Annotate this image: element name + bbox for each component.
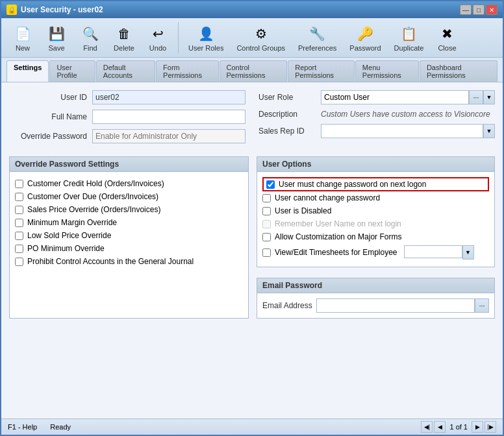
tabs-container: Settings User Profile Default Accounts F… — [1, 58, 503, 82]
save-icon: 💾 — [46, 23, 67, 44]
timesheets-dropdown-group: ▼ — [404, 245, 474, 260]
help-text: F1 - Help — [8, 423, 37, 431]
low-sold-price-override-item: Low Sold Price Override — [15, 229, 243, 242]
sales-rep-input-group: ▼ — [321, 124, 495, 138]
remember-username-checkbox[interactable] — [262, 220, 271, 228]
customer-over-due-label: Customer Over Due (Orders/Invoices) — [27, 192, 158, 201]
sales-rep-label: Sales Rep ID — [258, 127, 317, 136]
override-password-panel: Override Password Settings Customer Cred… — [9, 156, 249, 319]
new-icon: 📄 — [12, 23, 33, 44]
left-form: User ID Full Name Override Password — [9, 90, 246, 149]
override-password-label: Override Password — [9, 132, 87, 141]
tab-settings[interactable]: Settings — [6, 60, 49, 82]
email-section-header: Email Password — [257, 278, 494, 293]
close-icon: ✖ — [436, 23, 457, 44]
preferences-button[interactable]: 🔧 Preferences — [292, 21, 342, 54]
minimum-margin-override-checkbox[interactable] — [15, 219, 23, 227]
sales-price-override-item: Sales Price Override (Orders/Invoices) — [15, 203, 243, 216]
full-name-row: Full Name — [9, 110, 246, 124]
tab-form-permissions[interactable]: Form Permissions — [156, 60, 218, 82]
email-address-input[interactable] — [316, 298, 475, 313]
undo-label: Undo — [149, 44, 166, 52]
new-label: New — [16, 44, 30, 52]
control-groups-icon: ⚙ — [251, 23, 271, 44]
timesheets-dropdown-button[interactable]: ▼ — [462, 245, 474, 260]
cannot-change-password-item: User cannot change password — [262, 191, 489, 204]
prohibit-control-accounts-checkbox[interactable] — [15, 258, 23, 266]
tab-dashboard-permissions[interactable]: Dashboard Permissions — [420, 60, 498, 82]
minimize-button[interactable]: — — [460, 5, 472, 15]
nav-last-button[interactable]: |▶ — [485, 421, 496, 433]
undo-button[interactable]: ↩ Undo — [142, 21, 174, 54]
delete-label: Delete — [114, 44, 134, 52]
user-role-input[interactable] — [321, 90, 469, 104]
user-options-panel-content: User must change password on next logon … — [257, 172, 494, 267]
preferences-icon: 🔧 — [307, 23, 328, 44]
nav-next-button[interactable]: ▶ — [472, 421, 483, 433]
tab-menu-permissions[interactable]: Menu Permissions — [355, 60, 419, 82]
new-button[interactable]: 📄 New — [6, 21, 39, 54]
must-change-password-checkbox[interactable] — [266, 180, 275, 189]
user-is-disabled-item: User is Disabled — [262, 204, 489, 217]
customer-over-due-item: Customer Over Due (Orders/Invoices) — [15, 190, 243, 203]
customer-credit-hold-checkbox[interactable] — [15, 180, 23, 188]
full-name-input[interactable] — [92, 110, 246, 124]
close-button[interactable]: ✖ Close — [431, 21, 463, 54]
user-options-panel: User Options User must change password o… — [257, 156, 495, 267]
nav-prev-button[interactable]: ◀ — [434, 421, 446, 433]
sales-rep-input[interactable] — [321, 124, 483, 138]
save-label: Save — [48, 44, 64, 52]
sales-price-override-checkbox[interactable] — [15, 206, 23, 214]
control-groups-button[interactable]: ⚙ Control Groups — [231, 21, 291, 54]
customer-credit-hold-item: Customer Credit Hold (Orders/Invoices) — [15, 177, 243, 190]
tab-control-permissions[interactable]: Control Permissions — [220, 60, 288, 82]
minimum-margin-override-item: Minimum Margin Override — [15, 216, 243, 229]
override-password-input[interactable] — [92, 129, 246, 143]
password-icon: 🔑 — [355, 23, 375, 44]
po-minimum-override-item: PO Minimum Override — [15, 242, 243, 255]
maximize-button[interactable]: □ — [473, 5, 485, 15]
status-bar: F1 - Help Ready ◀| ◀ 1 of 1 ▶ |▶ — [1, 418, 503, 435]
nav-first-button[interactable]: ◀| — [421, 421, 433, 433]
content-area: User ID Full Name Override Password User… — [1, 82, 503, 418]
view-edit-timesheets-label: View/Edit Timesheets for Employee — [275, 248, 397, 257]
prohibit-control-accounts-item: Prohibit Control Accounts in the General… — [15, 255, 243, 268]
full-name-label: Full Name — [9, 112, 87, 121]
user-role-dropdown-button[interactable]: ▼ — [483, 90, 495, 104]
save-button[interactable]: 💾 Save — [40, 21, 73, 54]
close-window-button[interactable]: ✕ — [486, 5, 498, 15]
sales-rep-dropdown-button[interactable]: ▼ — [483, 124, 495, 138]
tab-report-permissions[interactable]: Report Permissions — [288, 60, 355, 82]
remember-username-item: Remember User Name on next login — [262, 217, 489, 230]
window-icon: 🔒 — [6, 5, 17, 15]
right-form: User Role ··· ▼ Description Custom Users… — [258, 90, 495, 149]
cannot-change-password-checkbox[interactable] — [262, 194, 271, 202]
user-roles-button[interactable]: 👤 User Roles — [183, 21, 229, 54]
po-minimum-override-checkbox[interactable] — [15, 245, 23, 253]
low-sold-price-override-checkbox[interactable] — [15, 232, 23, 240]
remember-username-label: Remember User Name on next login — [275, 219, 401, 228]
user-role-input-group: ··· ▼ — [321, 90, 495, 104]
customer-over-due-checkbox[interactable] — [15, 193, 23, 201]
control-groups-label: Control Groups — [236, 44, 285, 52]
find-button[interactable]: 🔍 Find — [74, 21, 107, 54]
user-id-input[interactable] — [92, 90, 246, 104]
sales-price-override-label: Sales Price Override (Orders/Invoices) — [27, 205, 160, 214]
email-browse-button[interactable]: ··· — [475, 298, 489, 313]
find-label: Find — [83, 44, 97, 52]
timesheets-employee-input[interactable] — [404, 245, 462, 258]
user-role-label: User Role — [258, 93, 317, 102]
po-minimum-override-label: PO Minimum Override — [27, 244, 105, 253]
must-change-password-label: User must change password on next logon — [279, 180, 426, 189]
user-options-panel-header: User Options — [257, 157, 494, 172]
allow-customization-checkbox[interactable] — [262, 233, 271, 241]
duplicate-button[interactable]: 📋 Duplicate — [388, 21, 430, 54]
tab-user-profile[interactable]: User Profile — [49, 60, 95, 82]
delete-button[interactable]: 🗑 Delete — [108, 21, 140, 54]
user-role-row: User Role ··· ▼ — [258, 90, 495, 104]
password-button[interactable]: 🔑 Password — [344, 21, 386, 54]
view-edit-timesheets-checkbox[interactable] — [262, 248, 271, 257]
tab-default-accounts[interactable]: Default Accounts — [96, 60, 155, 82]
user-is-disabled-checkbox[interactable] — [262, 207, 271, 215]
user-role-browse-button[interactable]: ··· — [469, 90, 483, 104]
